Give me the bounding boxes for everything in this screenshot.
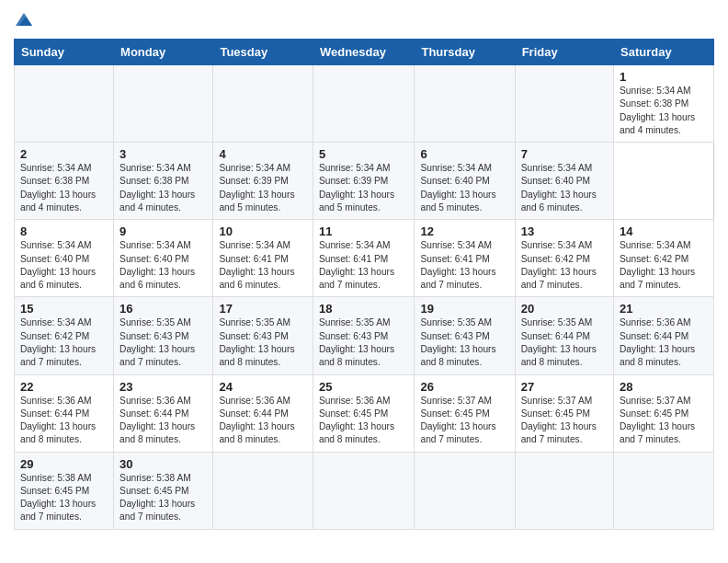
day-info: Sunrise: 5:35 AMSunset: 6:43 PMDaylight:… <box>219 316 307 369</box>
calendar-cell <box>213 65 313 143</box>
day-info: Sunrise: 5:34 AMSunset: 6:42 PMDaylight:… <box>20 316 108 369</box>
day-number: 3 <box>119 147 207 161</box>
day-info: Sunrise: 5:35 AMSunset: 6:43 PMDaylight:… <box>420 316 508 369</box>
day-number: 9 <box>119 224 207 238</box>
calendar-cell <box>415 65 515 143</box>
calendar-cell: 6Sunrise: 5:34 AMSunset: 6:40 PMDaylight… <box>415 143 515 220</box>
calendar-cell: 4Sunrise: 5:34 AMSunset: 6:39 PMDaylight… <box>213 143 313 220</box>
calendar-cell <box>15 65 114 143</box>
day-info: Sunrise: 5:35 AMSunset: 6:43 PMDaylight:… <box>119 316 207 369</box>
day-number: 18 <box>319 302 409 316</box>
calendar-cell: 30Sunrise: 5:38 AMSunset: 6:45 PMDayligh… <box>114 452 213 529</box>
day-info: Sunrise: 5:37 AMSunset: 6:45 PMDaylight:… <box>521 395 608 447</box>
day-info: Sunrise: 5:36 AMSunset: 6:44 PMDaylight:… <box>620 316 708 369</box>
calendar-cell: 10Sunrise: 5:34 AMSunset: 6:41 PMDayligh… <box>213 220 313 297</box>
calendar-week-6: 29Sunrise: 5:38 AMSunset: 6:45 PMDayligh… <box>15 452 714 529</box>
calendar-cell: 27Sunrise: 5:37 AMSunset: 6:45 PMDayligh… <box>515 374 613 452</box>
day-number: 10 <box>219 224 307 238</box>
day-number: 4 <box>219 147 307 161</box>
col-header-saturday: Saturday <box>614 40 714 65</box>
calendar-cell <box>614 452 714 529</box>
calendar-cell: 1Sunrise: 5:34 AMSunset: 6:38 PMDaylight… <box>614 65 714 143</box>
calendar-header-row: SundayMondayTuesdayWednesdayThursdayFrid… <box>15 40 714 65</box>
day-info: Sunrise: 5:36 AMSunset: 6:44 PMDaylight:… <box>20 395 108 447</box>
calendar-cell: 29Sunrise: 5:38 AMSunset: 6:45 PMDayligh… <box>15 452 114 529</box>
day-number: 8 <box>20 224 108 238</box>
calendar-cell: 22Sunrise: 5:36 AMSunset: 6:44 PMDayligh… <box>15 374 114 452</box>
calendar-cell <box>415 452 515 529</box>
calendar-cell: 3Sunrise: 5:34 AMSunset: 6:38 PMDaylight… <box>114 143 213 220</box>
header <box>14 9 714 31</box>
day-info: Sunrise: 5:37 AMSunset: 6:45 PMDaylight:… <box>420 395 508 447</box>
day-number: 29 <box>20 457 108 471</box>
calendar-cell: 9Sunrise: 5:34 AMSunset: 6:40 PMDaylight… <box>114 220 213 297</box>
day-number: 16 <box>119 302 207 316</box>
col-header-tuesday: Tuesday <box>213 40 313 65</box>
calendar-cell: 28Sunrise: 5:37 AMSunset: 6:45 PMDayligh… <box>614 374 714 452</box>
day-number: 30 <box>119 457 207 471</box>
day-info: Sunrise: 5:34 AMSunset: 6:39 PMDaylight:… <box>219 162 307 214</box>
day-number: 6 <box>420 147 508 161</box>
day-number: 25 <box>319 380 409 394</box>
day-info: Sunrise: 5:34 AMSunset: 6:41 PMDaylight:… <box>420 239 508 292</box>
day-number: 23 <box>119 380 207 394</box>
calendar-cell: 14Sunrise: 5:34 AMSunset: 6:42 PMDayligh… <box>614 220 714 297</box>
day-number: 20 <box>521 302 608 316</box>
day-number: 13 <box>521 224 608 238</box>
day-info: Sunrise: 5:34 AMSunset: 6:42 PMDaylight:… <box>620 239 708 292</box>
day-info: Sunrise: 5:38 AMSunset: 6:45 PMDaylight:… <box>119 472 207 524</box>
calendar-cell <box>515 65 613 143</box>
page: SundayMondayTuesdayWednesdayThursdayFrid… <box>0 0 728 563</box>
calendar-week-4: 15Sunrise: 5:34 AMSunset: 6:42 PMDayligh… <box>15 297 714 374</box>
calendar-cell: 23Sunrise: 5:36 AMSunset: 6:44 PMDayligh… <box>114 374 213 452</box>
calendar-cell: 25Sunrise: 5:36 AMSunset: 6:45 PMDayligh… <box>313 374 415 452</box>
calendar-week-2: 2Sunrise: 5:34 AMSunset: 6:38 PMDaylight… <box>15 143 714 220</box>
day-number: 7 <box>521 147 608 161</box>
day-number: 2 <box>20 147 108 161</box>
day-number: 17 <box>219 302 307 316</box>
col-header-monday: Monday <box>114 40 213 65</box>
calendar-cell <box>213 452 313 529</box>
day-number: 5 <box>319 147 409 161</box>
col-header-wednesday: Wednesday <box>313 40 415 65</box>
day-info: Sunrise: 5:38 AMSunset: 6:45 PMDaylight:… <box>20 472 108 524</box>
calendar-cell: 15Sunrise: 5:34 AMSunset: 6:42 PMDayligh… <box>15 297 114 374</box>
calendar-cell <box>515 452 613 529</box>
day-number: 27 <box>521 380 608 394</box>
calendar-week-5: 22Sunrise: 5:36 AMSunset: 6:44 PMDayligh… <box>15 374 714 452</box>
calendar-cell: 16Sunrise: 5:35 AMSunset: 6:43 PMDayligh… <box>114 297 213 374</box>
day-info: Sunrise: 5:34 AMSunset: 6:41 PMDaylight:… <box>319 239 409 292</box>
calendar: SundayMondayTuesdayWednesdayThursdayFrid… <box>14 39 714 530</box>
calendar-cell: 17Sunrise: 5:35 AMSunset: 6:43 PMDayligh… <box>213 297 313 374</box>
day-info: Sunrise: 5:34 AMSunset: 6:38 PMDaylight:… <box>119 162 207 214</box>
calendar-cell: 12Sunrise: 5:34 AMSunset: 6:41 PMDayligh… <box>415 220 515 297</box>
day-number: 12 <box>420 224 508 238</box>
day-info: Sunrise: 5:34 AMSunset: 6:41 PMDaylight:… <box>219 239 307 292</box>
calendar-cell <box>114 65 213 143</box>
day-number: 15 <box>20 302 108 316</box>
day-info: Sunrise: 5:34 AMSunset: 6:40 PMDaylight:… <box>420 162 508 214</box>
day-info: Sunrise: 5:36 AMSunset: 6:45 PMDaylight:… <box>319 395 409 447</box>
day-number: 1 <box>620 70 708 84</box>
calendar-cell: 19Sunrise: 5:35 AMSunset: 6:43 PMDayligh… <box>415 297 515 374</box>
calendar-cell: 2Sunrise: 5:34 AMSunset: 6:38 PMDaylight… <box>15 143 114 220</box>
day-info: Sunrise: 5:36 AMSunset: 6:44 PMDaylight:… <box>219 395 307 447</box>
calendar-cell: 21Sunrise: 5:36 AMSunset: 6:44 PMDayligh… <box>614 297 714 374</box>
day-number: 28 <box>620 380 708 394</box>
day-info: Sunrise: 5:35 AMSunset: 6:43 PMDaylight:… <box>319 316 409 369</box>
calendar-cell: 20Sunrise: 5:35 AMSunset: 6:44 PMDayligh… <box>515 297 613 374</box>
logo <box>14 9 38 31</box>
day-number: 19 <box>420 302 508 316</box>
day-info: Sunrise: 5:34 AMSunset: 6:40 PMDaylight:… <box>20 239 108 292</box>
day-info: Sunrise: 5:34 AMSunset: 6:40 PMDaylight:… <box>119 239 207 292</box>
day-info: Sunrise: 5:34 AMSunset: 6:40 PMDaylight:… <box>521 162 608 214</box>
day-info: Sunrise: 5:34 AMSunset: 6:38 PMDaylight:… <box>20 162 108 214</box>
day-info: Sunrise: 5:34 AMSunset: 6:38 PMDaylight:… <box>620 85 708 137</box>
day-info: Sunrise: 5:34 AMSunset: 6:42 PMDaylight:… <box>521 239 608 292</box>
calendar-cell <box>313 65 415 143</box>
day-number: 11 <box>319 224 409 238</box>
day-number: 22 <box>20 380 108 394</box>
logo-icon <box>14 9 34 29</box>
col-header-friday: Friday <box>515 40 613 65</box>
calendar-cell: 5Sunrise: 5:34 AMSunset: 6:39 PMDaylight… <box>313 143 415 220</box>
